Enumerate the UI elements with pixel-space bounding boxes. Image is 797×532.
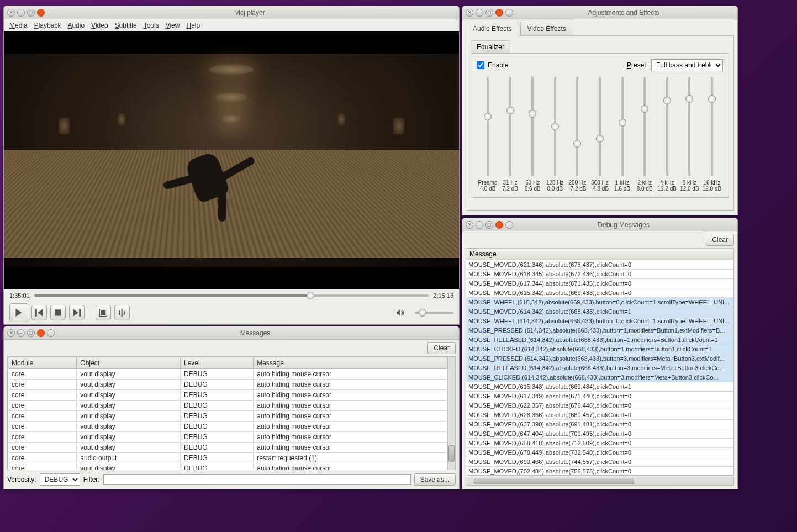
eq-slider[interactable] (711, 77, 713, 176)
eq-slider[interactable] (576, 77, 578, 176)
volume-icon[interactable] (393, 305, 408, 320)
table-row[interactable]: corevout displayDEBUGauto hiding mouse c… (8, 432, 447, 443)
list-item[interactable]: MOUSE_MOVED,(647,404),absolute(701,495),… (466, 429, 733, 439)
list-item[interactable]: MOUSE_WHEEL,(615,342),absolute(669,433),… (466, 298, 733, 307)
column-level[interactable]: Level (181, 357, 254, 369)
minimize-icon[interactable]: – (17, 329, 25, 337)
minimize-icon[interactable]: – (476, 9, 483, 17)
close-icon[interactable]: ✕ (466, 221, 473, 229)
list-item[interactable]: MOUSE_MOVED,(702,484),absolute(756,575),… (466, 467, 733, 476)
seek-slider[interactable] (34, 294, 429, 297)
table-row[interactable]: corevout displayDEBUGauto hiding mouse c… (8, 380, 447, 390)
menu-playback[interactable]: Playback (34, 22, 61, 29)
scrollbar-horizontal[interactable] (466, 477, 734, 486)
maximize-icon[interactable]: ▢ (485, 9, 493, 17)
filter-input[interactable] (103, 474, 411, 485)
menu-tools[interactable]: Tools (144, 22, 159, 29)
close-icon[interactable]: ✕ (466, 9, 473, 17)
eq-slider[interactable] (621, 77, 624, 176)
eq-band-31hz: 31 Hz7.2 dB (499, 77, 521, 192)
maximize-icon[interactable]: ▢ (485, 221, 493, 229)
eq-slider[interactable] (509, 77, 511, 176)
messages-table[interactable]: ModuleObjectLevelMessage corevout displa… (8, 357, 447, 470)
clear-button[interactable]: Clear (706, 234, 734, 246)
menu-help[interactable]: Help (186, 22, 200, 29)
previous-button[interactable] (31, 305, 47, 320)
table-row[interactable]: corevout displayDEBUGauto hiding mouse c… (8, 443, 447, 453)
minimize-icon[interactable]: – (476, 221, 483, 229)
list-item[interactable]: MOUSE_RELEASED,(614,342),absolute(668,43… (466, 335, 733, 345)
eq-slider[interactable] (487, 77, 489, 176)
table-row[interactable]: corevout displayDEBUGauto hiding mouse c… (8, 369, 447, 380)
verbosity-select[interactable]: DEBUG (40, 473, 80, 486)
menu-view[interactable]: View (166, 22, 180, 29)
debug-column-header[interactable]: Message (466, 248, 734, 260)
scrollbar-vertical[interactable] (447, 357, 455, 470)
player-titlebar[interactable]: ✕ – ▢ vlcj player (4, 6, 459, 19)
maximize-icon[interactable]: ▢ (27, 9, 35, 17)
list-item[interactable]: MOUSE_MOVED,(621,346),absolute(675,437),… (466, 260, 733, 270)
debug-list[interactable]: MOUSE_MOVED,(621,346),absolute(675,437),… (466, 260, 734, 476)
tab-video-effects[interactable]: Video Effects (520, 22, 573, 36)
video-area[interactable] (4, 31, 459, 289)
list-item[interactable]: MOUSE_MOVED,(626,366),absolute(680,457),… (466, 410, 733, 420)
next-button[interactable] (69, 305, 85, 320)
eq-slider[interactable] (599, 77, 601, 176)
table-row[interactable]: corevout displayDEBUGauto hiding mouse c… (8, 390, 447, 401)
save-button[interactable]: Save as... (414, 473, 456, 486)
fullscreen-button[interactable] (96, 305, 111, 320)
menu-video[interactable]: Video (91, 22, 108, 29)
tab-audio-effects[interactable]: Audio Effects (466, 22, 519, 36)
volume-slider[interactable] (415, 312, 453, 314)
menu-audio[interactable]: Audio (67, 22, 85, 29)
list-item[interactable]: MOUSE_MOVED,(617,344),absolute(671,435),… (466, 279, 733, 288)
eq-slider[interactable] (666, 77, 668, 176)
subtab-equalizer[interactable]: Equalizer (471, 40, 510, 54)
adjustments-titlebar[interactable]: ✕ – ▢ Adjustments and Effects (462, 6, 737, 19)
debug-titlebar[interactable]: ✕ – ▢ Debug Messages (462, 218, 737, 231)
list-item[interactable]: MOUSE_RELEASED,(614,342),absolute(668,43… (466, 364, 733, 373)
stop-button[interactable] (50, 305, 66, 320)
play-button[interactable] (9, 303, 28, 322)
column-object[interactable]: Object (77, 357, 181, 369)
table-row[interactable]: coreaudio outputDEBUGrestart requested (… (8, 453, 447, 463)
eq-slider[interactable] (531, 77, 534, 176)
list-item[interactable]: MOUSE_CLICKED,(614,342),absolute(668,433… (466, 345, 733, 354)
eq-slider[interactable] (688, 77, 690, 176)
equalizer-button[interactable] (114, 305, 130, 320)
list-item[interactable]: MOUSE_WHEEL,(614,342),absolute(668,433),… (466, 317, 733, 326)
list-item[interactable]: MOUSE_MOVED,(617,349),absolute(671,440),… (466, 392, 733, 401)
svg-rect-2 (101, 310, 105, 315)
table-row[interactable]: corevout displayDEBUGauto hiding mouse c… (8, 401, 447, 411)
close-icon[interactable]: ✕ (7, 9, 15, 17)
list-item[interactable]: MOUSE_MOVED,(614,342),absolute(668,433),… (466, 307, 733, 317)
list-item[interactable]: MOUSE_PRESSED,(614,342),absolute(668,433… (466, 354, 733, 364)
list-item[interactable]: MOUSE_MOVED,(615,343),absolute(669,434),… (466, 382, 733, 392)
list-item[interactable]: MOUSE_MOVED,(618,345),absolute(672,436),… (466, 270, 733, 279)
enable-checkbox[interactable]: Enable (477, 61, 508, 69)
list-item[interactable]: MOUSE_CLICKED,(614,342),absolute(668,433… (466, 373, 733, 382)
list-item[interactable]: MOUSE_MOVED,(637,390),absolute(691,481),… (466, 420, 733, 429)
table-row[interactable]: corevout displayDEBUGauto hiding mouse c… (8, 411, 447, 422)
list-item[interactable]: MOUSE_MOVED,(658,418),absolute(712,509),… (466, 439, 733, 448)
list-item[interactable]: MOUSE_MOVED,(622,357),absolute(676,448),… (466, 401, 733, 410)
close-icon[interactable]: ✕ (7, 329, 15, 337)
minimize-icon[interactable]: – (17, 9, 25, 17)
list-item[interactable]: MOUSE_PRESSED,(614,342),absolute(668,433… (466, 326, 733, 335)
list-item[interactable]: MOUSE_MOVED,(690,466),absolute(744,557),… (466, 457, 733, 467)
table-row[interactable]: corevout displayDEBUGauto hiding mouse c… (8, 463, 447, 471)
column-module[interactable]: Module (8, 357, 77, 369)
clear-button[interactable]: Clear (427, 342, 456, 354)
list-item[interactable]: MOUSE_MOVED,(615,342),absolute(669,433),… (466, 288, 733, 298)
eq-slider[interactable] (643, 77, 646, 176)
column-message[interactable]: Message (254, 357, 447, 369)
menu-subtitle[interactable]: Subtitle (115, 22, 137, 29)
preset-select[interactable]: Full bass and treble (651, 59, 723, 71)
messages-titlebar[interactable]: ✕ – ▢ Messages (4, 326, 459, 340)
menubar: MediaPlaybackAudioVideoSubtitleToolsView… (4, 19, 459, 31)
menu-media[interactable]: Media (9, 22, 28, 29)
list-item[interactable]: MOUSE_MOVED,(678,449),absolute(732,540),… (466, 448, 733, 457)
maximize-icon[interactable]: ▢ (27, 329, 35, 337)
eq-slider[interactable] (554, 77, 556, 176)
table-row[interactable]: corevout displayDEBUGauto hiding mouse c… (8, 422, 447, 432)
